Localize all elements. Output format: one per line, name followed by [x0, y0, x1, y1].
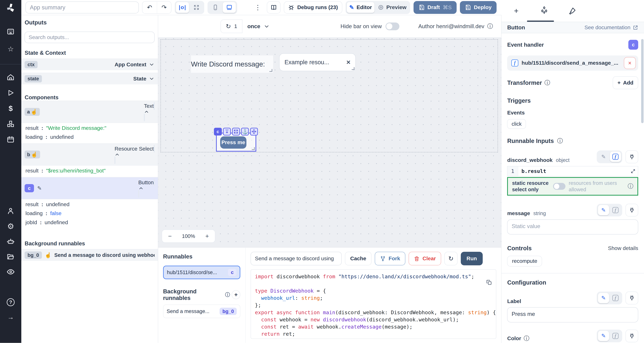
- fullscreen-button[interactable]: [190, 2, 203, 13]
- reload-code-button[interactable]: ↻: [444, 252, 458, 265]
- static-mode-button[interactable]: ✎: [598, 205, 609, 215]
- fork-button[interactable]: Fork: [375, 252, 406, 265]
- connect-mode-button[interactable]: f: [610, 152, 621, 162]
- folders-icon[interactable]: [6, 252, 16, 261]
- cache-button[interactable]: Cache: [345, 252, 372, 265]
- connect-mode-button[interactable]: f: [610, 293, 621, 303]
- undo-button[interactable]: ↶: [142, 2, 157, 14]
- component-b-header[interactable]: b☝ Resource Select: [21, 144, 158, 165]
- plug-icon-button[interactable]: [626, 204, 638, 216]
- component-a-header[interactable]: a☝ Text: [21, 100, 158, 122]
- show-details-link[interactable]: Show details: [608, 245, 638, 251]
- run-button[interactable]: Run: [461, 252, 483, 265]
- redo-button[interactable]: ↷: [157, 2, 171, 14]
- static-mode-button[interactable]: ✎: [598, 152, 609, 162]
- docs-button[interactable]: [267, 1, 280, 14]
- resize-handle[interactable]: [352, 67, 354, 70]
- app-canvas[interactable]: Write Discord message: Example resou... …: [158, 38, 501, 247]
- zoom-out-button[interactable]: −: [162, 233, 178, 240]
- app-summary-input[interactable]: [26, 2, 139, 14]
- expression-editor[interactable]: 1 b.result: [507, 166, 638, 176]
- debug-runs-button[interactable]: Debug runs (23): [284, 1, 342, 14]
- remove-runnable-button[interactable]: ×: [624, 57, 636, 69]
- more-menu-button[interactable]: ⋮: [252, 4, 264, 11]
- hide-bar-toggle[interactable]: [386, 22, 400, 30]
- message-static-value-input[interactable]: [507, 220, 638, 235]
- audit-eye-icon[interactable]: [6, 267, 16, 276]
- refresh-count-button[interactable]: ↻ 1: [220, 20, 242, 33]
- workers-robot-icon[interactable]: [6, 237, 16, 246]
- connect-mode-button[interactable]: f: [610, 331, 621, 341]
- move-button[interactable]: [250, 128, 258, 136]
- preview-tab[interactable]: Preview: [375, 2, 409, 13]
- desktop-view-button[interactable]: [223, 2, 236, 13]
- plug-icon-button[interactable]: [626, 330, 638, 342]
- event-handler-label: Event handler: [507, 42, 544, 48]
- editor-tab[interactable]: ✎Editor: [347, 2, 374, 13]
- home-icon[interactable]: [6, 73, 16, 82]
- schedules-icon[interactable]: [6, 135, 16, 144]
- static-mode-button[interactable]: ✎: [598, 293, 609, 303]
- runs-icon[interactable]: [6, 88, 16, 97]
- pencil-icon[interactable]: ✎: [37, 185, 42, 192]
- plug-icon-button[interactable]: [626, 292, 638, 304]
- help-icon[interactable]: ?: [6, 298, 16, 307]
- tab-insert[interactable]: +: [512, 6, 520, 15]
- clear-selection-icon[interactable]: ×: [346, 58, 350, 66]
- zoom-in-button[interactable]: +: [199, 233, 215, 240]
- event-handler-runnable[interactable]: f hub/1511/discord/send_a_message_... ×: [507, 56, 638, 71]
- chevron-down-icon: [149, 62, 154, 68]
- external-link-icon: [633, 25, 638, 30]
- code-editor[interactable]: import discordwebhook from "https://deno…: [250, 269, 496, 339]
- see-documentation-link[interactable]: See documentation: [584, 24, 638, 30]
- tab-styling[interactable]: [568, 7, 576, 15]
- settings-gear-icon[interactable]: ⚙: [6, 222, 16, 231]
- static-mode-button[interactable]: ✎: [598, 331, 609, 341]
- mobile-view-button[interactable]: [209, 2, 222, 13]
- panel-scrollbar[interactable]: [641, 39, 644, 123]
- favorites-star-icon[interactable]: ☆: [6, 44, 16, 54]
- draft-button[interactable]: Draft⌘S: [414, 1, 456, 14]
- windmill-logo-icon[interactable]: [6, 3, 16, 14]
- search-outputs-input[interactable]: [24, 32, 154, 43]
- state-row[interactable]: state State: [21, 73, 158, 84]
- selected-runnable-item[interactable]: hub/1511/discord/se... c: [163, 266, 240, 279]
- deploy-button[interactable]: Deploy: [460, 1, 496, 14]
- ctx-row[interactable]: ctx App Context: [21, 58, 158, 70]
- resize-handle[interactable]: [270, 69, 272, 72]
- text-component[interactable]: Write Discord message:: [191, 56, 273, 73]
- copy-code-icon[interactable]: [486, 280, 492, 285]
- clear-button[interactable]: Clear: [408, 252, 441, 265]
- add-bg-runnable-button[interactable]: +: [232, 290, 240, 299]
- collapse-sidebar-icon[interactable]: →: [6, 312, 16, 322]
- variables-icon[interactable]: $: [6, 104, 16, 113]
- label-value-input[interactable]: Press me: [507, 307, 638, 322]
- workspace-icon[interactable]: [6, 27, 16, 36]
- resource-select-component[interactable]: Example resou... ×: [279, 53, 356, 71]
- bug-icon: [288, 4, 294, 10]
- recompute-control[interactable]: recompute: [507, 256, 542, 267]
- resize-handle[interactable]: [252, 147, 254, 150]
- users-icon[interactable]: [6, 206, 16, 216]
- bg-runnable-item[interactable]: Send a message... bg_0: [163, 304, 240, 318]
- expand-editor-icon[interactable]: [629, 167, 637, 175]
- connect-mode-button[interactable]: f: [610, 205, 621, 215]
- static-resource-box: static resource select only resources fr…: [507, 177, 638, 196]
- bg-runnable-row[interactable]: bg_0 ☝ Send a message to discord using w…: [21, 249, 158, 261]
- static-resource-toggle[interactable]: [553, 183, 566, 190]
- anchor-button[interactable]: ⚓: [241, 128, 249, 136]
- expand-down-button[interactable]: [223, 128, 231, 136]
- center-tool-button[interactable]: |o|: [176, 2, 189, 13]
- tab-component-settings[interactable]: [540, 6, 548, 16]
- resources-from-users-label: resources from users allowed: [569, 180, 624, 193]
- runnable-name-input[interactable]: [250, 252, 342, 265]
- add-transformer-button[interactable]: +Add: [613, 76, 638, 89]
- resources-icon[interactable]: [6, 120, 16, 129]
- press-me-button[interactable]: Press me: [220, 136, 246, 149]
- refresh-interval-dropdown[interactable]: once: [242, 20, 274, 33]
- info-icon[interactable]: ⓘ: [487, 22, 493, 30]
- plug-icon-button[interactable]: [626, 150, 638, 163]
- settings-panel: + Button See documentation Event handler…: [502, 0, 644, 343]
- component-c-header[interactable]: c✎ Button: [21, 177, 158, 199]
- fullscreen-component-button[interactable]: [232, 128, 240, 136]
